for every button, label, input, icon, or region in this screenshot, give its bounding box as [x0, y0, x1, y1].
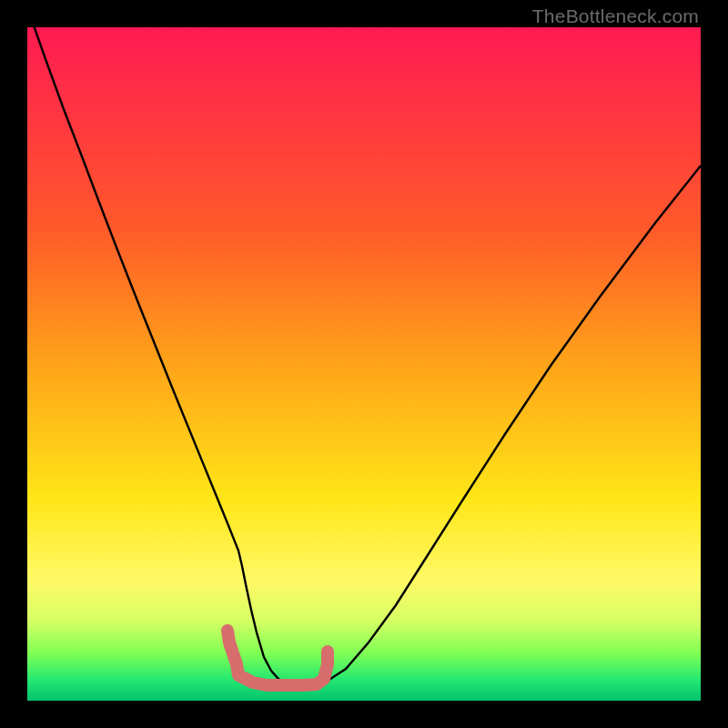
plot-area	[27, 27, 701, 701]
chart-svg	[27, 27, 701, 701]
chart-frame: TheBottleneck.com	[0, 0, 728, 728]
watermark: TheBottleneck.com	[532, 5, 699, 27]
gradient-background	[27, 27, 701, 701]
